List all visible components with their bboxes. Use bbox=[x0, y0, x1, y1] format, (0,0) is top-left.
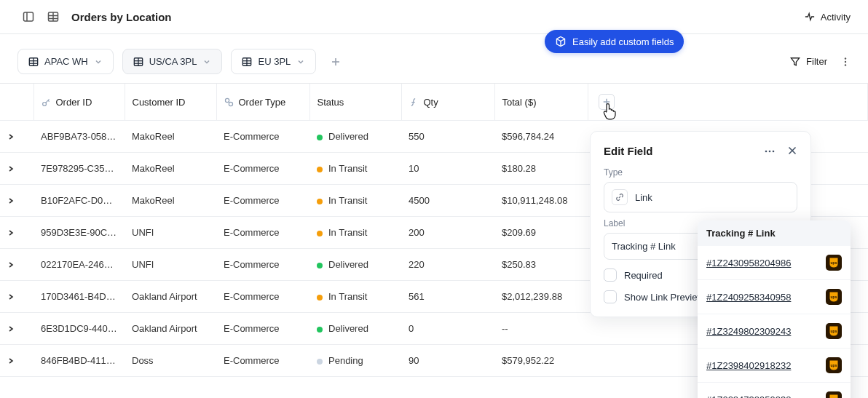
svg-rect-0 bbox=[24, 12, 33, 21]
order-id-header[interactable]: Order ID bbox=[33, 84, 125, 121]
tracking-link[interactable]: #1Z2409258340958 bbox=[706, 292, 791, 303]
header-label: Order ID bbox=[56, 97, 92, 108]
qty-cell: 0 bbox=[401, 313, 494, 345]
order-id-cell: 170D3461-B4D3… bbox=[33, 281, 125, 313]
dots-icon bbox=[764, 146, 776, 157]
tracking-link-row[interactable]: #1Z2430958204986ups bbox=[698, 246, 851, 280]
status-dot-icon bbox=[317, 199, 323, 204]
activity-button[interactable]: Activity bbox=[805, 12, 851, 23]
order-type-cell: E-Commerce bbox=[216, 281, 309, 313]
customer-id-cell: MakoReel bbox=[125, 153, 216, 185]
tracking-link[interactable]: #1Z2398402918232 bbox=[706, 360, 791, 371]
tab-eu-3pl[interactable]: EU 3PL bbox=[231, 49, 316, 74]
expand-caret[interactable] bbox=[0, 121, 33, 153]
table-icon bbox=[242, 57, 252, 67]
status-dot-icon bbox=[317, 295, 323, 301]
chevron-down-icon bbox=[94, 57, 103, 66]
tab-label: EU 3PL bbox=[258, 56, 291, 67]
qty-cell: 220 bbox=[401, 249, 494, 281]
status-dot-icon bbox=[317, 231, 323, 236]
status-cell: In Transit bbox=[309, 281, 401, 313]
expand-caret[interactable] bbox=[0, 153, 33, 185]
total-cell: $180.28 bbox=[494, 153, 588, 185]
svg-point-29 bbox=[229, 102, 232, 106]
panel-toggle-icon[interactable] bbox=[22, 10, 35, 23]
expand-caret[interactable] bbox=[0, 281, 33, 313]
customer-id-cell: Doss bbox=[125, 345, 216, 377]
page-title: Orders by Location bbox=[71, 11, 172, 23]
qty-cell: 90 bbox=[401, 345, 494, 377]
status-dot-icon bbox=[317, 167, 323, 172]
order-id-cell: B10F2AFC-D04A… bbox=[33, 185, 125, 217]
preview-label: Show Link Preview bbox=[624, 292, 704, 303]
tracking-link-flyout: Tracking # Link #1Z2430958204986ups#1Z24… bbox=[698, 220, 851, 398]
add-column-header bbox=[588, 84, 868, 121]
tracking-link-row[interactable]: #1Z2409258340958ups bbox=[698, 280, 851, 314]
status-dot-icon bbox=[317, 359, 323, 365]
cube-icon bbox=[555, 36, 567, 47]
tracking-link-row[interactable]: #1Z3249802309243ups bbox=[698, 314, 851, 349]
tab-us-ca-3pl[interactable]: US/CA 3PL bbox=[122, 49, 223, 74]
custom-fields-callout[interactable]: Easily add custom fields bbox=[545, 30, 684, 53]
svg-text:ups: ups bbox=[831, 260, 837, 265]
chevron-down-icon bbox=[296, 57, 305, 66]
activity-label: Activity bbox=[821, 12, 851, 23]
panel-more-button[interactable] bbox=[764, 146, 776, 157]
total-cell: $209.69 bbox=[494, 217, 588, 249]
filter-button[interactable]: Filter bbox=[790, 56, 827, 67]
qty-cell: 550 bbox=[401, 121, 494, 153]
tracking-link[interactable]: #1Z0284738959238 bbox=[706, 394, 791, 399]
status-cell: Delivered bbox=[309, 249, 401, 281]
tab-apac-wh[interactable]: APAC WH bbox=[17, 49, 114, 74]
tracking-link-row[interactable]: #1Z0284738959238ups bbox=[698, 383, 851, 398]
controls-row: Easily add custom fields APAC WH US/CA 3… bbox=[0, 34, 868, 84]
order-type-cell: E-Commerce bbox=[216, 313, 309, 345]
function-icon bbox=[409, 97, 419, 107]
qty-cell: 10 bbox=[401, 153, 494, 185]
header-label: Total ($) bbox=[502, 97, 537, 108]
tracking-link[interactable]: #1Z2430958204986 bbox=[706, 258, 791, 268]
expand-caret[interactable] bbox=[0, 345, 33, 377]
panel-close-button[interactable] bbox=[787, 146, 797, 157]
type-value: Link bbox=[635, 192, 652, 203]
checkbox-icon bbox=[604, 290, 617, 303]
expand-caret[interactable] bbox=[0, 249, 33, 281]
order-type-cell: E-Commerce bbox=[216, 217, 309, 249]
total-header[interactable]: Total ($) bbox=[494, 84, 588, 121]
order-id-cell: 7E978295-C350… bbox=[33, 153, 125, 185]
add-tab-button[interactable] bbox=[325, 51, 347, 73]
filter-icon bbox=[790, 57, 800, 67]
plus-icon bbox=[331, 57, 341, 67]
header-label: Order Type bbox=[239, 97, 286, 108]
expand-caret[interactable] bbox=[0, 185, 33, 217]
status-dot-icon bbox=[317, 135, 323, 140]
add-column-button[interactable] bbox=[599, 94, 615, 110]
type-select[interactable]: Link bbox=[604, 182, 797, 212]
order-type-header[interactable]: Order Type bbox=[216, 84, 309, 121]
tracking-link[interactable]: #1Z3249802309243 bbox=[706, 326, 791, 337]
ups-badge-icon: ups bbox=[826, 289, 842, 305]
customer-id-header[interactable]: Customer ID bbox=[125, 84, 216, 121]
flyout-title: Tracking # Link bbox=[698, 220, 851, 246]
svg-point-35 bbox=[773, 150, 775, 152]
expand-caret[interactable] bbox=[0, 217, 33, 249]
total-cell: $10,911,248.08 bbox=[494, 185, 588, 217]
top-bar: Orders by Location Activity bbox=[0, 0, 868, 34]
qty-header[interactable]: Qty bbox=[401, 84, 494, 121]
panel-title: Edit Field bbox=[604, 145, 653, 157]
checkbox-icon bbox=[604, 268, 617, 282]
plus-icon bbox=[602, 97, 611, 106]
expand-caret[interactable] bbox=[0, 313, 33, 345]
ups-badge-icon: ups bbox=[826, 357, 842, 373]
tracking-link-row[interactable]: #1Z2398402918232ups bbox=[698, 349, 851, 383]
type-label: Type bbox=[604, 167, 797, 178]
order-type-cell: E-Commerce bbox=[216, 121, 309, 153]
total-cell: $2,012,239.88 bbox=[494, 281, 588, 313]
customer-id-cell: Oakland Airport bbox=[125, 313, 216, 345]
more-menu-button[interactable] bbox=[840, 57, 851, 67]
status-header[interactable]: Status bbox=[309, 84, 401, 121]
svg-point-33 bbox=[765, 150, 768, 152]
ups-badge-icon: ups bbox=[826, 255, 842, 271]
svg-marker-21 bbox=[791, 57, 799, 65]
customer-id-cell: UNFI bbox=[125, 249, 216, 281]
